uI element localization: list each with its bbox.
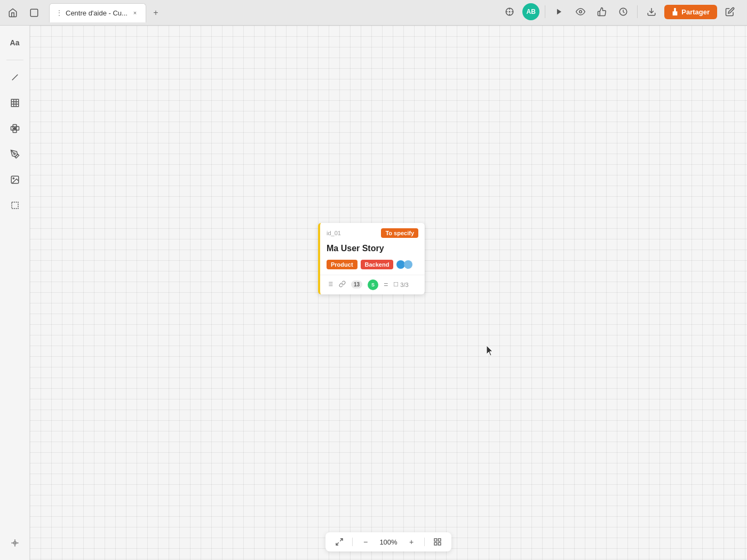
list-icon[interactable] bbox=[327, 281, 333, 289]
fit-button[interactable] bbox=[333, 535, 346, 548]
zoom-in-button[interactable]: + bbox=[405, 535, 418, 548]
zoom-out-button[interactable]: − bbox=[359, 535, 372, 548]
image-tool-button[interactable] bbox=[4, 169, 26, 190]
table-tool-button[interactable] bbox=[4, 92, 26, 114]
play-button[interactable] bbox=[551, 3, 568, 20]
main-tab[interactable]: ⋮ Centre d'aide - Cu... × bbox=[49, 3, 146, 22]
bottom-separator-1 bbox=[352, 538, 353, 546]
title-bar: ⋮ Centre d'aide - Cu... × + AB bbox=[0, 0, 747, 26]
top-toolbar: AB bbox=[501, 3, 738, 20]
tag-backend[interactable]: Backend bbox=[361, 260, 394, 269]
tab-close-button[interactable]: × bbox=[131, 9, 139, 17]
assignee-avatar[interactable]: S bbox=[368, 279, 378, 290]
card-footer: 13 S = ☐ 3/3 bbox=[320, 275, 425, 294]
settings-tool-button[interactable] bbox=[4, 532, 26, 554]
svg-line-13 bbox=[12, 75, 18, 81]
card-status-badge[interactable]: To specify bbox=[381, 228, 418, 238]
title-bar-left: ⋮ Centre d'aide - Cu... × + bbox=[4, 3, 163, 22]
checkbox-icon: ☐ bbox=[393, 281, 399, 288]
bottom-toolbar: − 100% + bbox=[325, 532, 451, 551]
link-icon[interactable] bbox=[339, 281, 346, 289]
card-tags: Product Backend bbox=[320, 260, 425, 275]
timer-button[interactable] bbox=[615, 3, 632, 20]
equals-icon: = bbox=[384, 281, 388, 289]
svg-point-30 bbox=[11, 542, 12, 543]
svg-rect-40 bbox=[434, 539, 437, 541]
canvas-area[interactable]: id_01 To specify Ma User Story Product B… bbox=[30, 26, 747, 560]
share-button[interactable]: Partager bbox=[664, 5, 717, 19]
toggle-switch[interactable] bbox=[396, 260, 412, 269]
zoom-in-icon: + bbox=[409, 538, 414, 546]
edit-button[interactable] bbox=[721, 3, 738, 20]
svg-point-28 bbox=[14, 540, 15, 541]
target-button[interactable] bbox=[501, 3, 518, 20]
svg-rect-41 bbox=[438, 539, 441, 541]
svg-point-27 bbox=[13, 542, 16, 545]
svg-point-2 bbox=[510, 11, 511, 12]
svg-rect-0 bbox=[30, 9, 38, 17]
download-button[interactable] bbox=[643, 3, 660, 20]
left-sidebar: Aa bbox=[0, 26, 30, 560]
bottom-separator-2 bbox=[424, 538, 425, 546]
svg-marker-7 bbox=[557, 9, 561, 15]
toolbar-separator-1 bbox=[545, 5, 545, 18]
svg-point-23 bbox=[13, 153, 15, 155]
sidebar-divider-1 bbox=[6, 60, 23, 60]
svg-rect-42 bbox=[434, 542, 437, 545]
main-layout: Aa bbox=[0, 26, 747, 560]
frame-tool-button[interactable] bbox=[4, 195, 26, 216]
svg-line-39 bbox=[336, 542, 339, 545]
tab-title: Centre d'aide - Cu... bbox=[66, 9, 128, 17]
pen-tool-button[interactable] bbox=[4, 143, 26, 165]
component-tool-button[interactable] bbox=[4, 118, 26, 139]
card-header: id_01 To specify bbox=[320, 223, 425, 241]
assignee-label: S bbox=[371, 282, 375, 287]
svg-point-31 bbox=[17, 542, 18, 543]
share-label: Partager bbox=[681, 8, 710, 16]
svg-point-8 bbox=[579, 11, 582, 13]
zoom-level-label: 100% bbox=[378, 538, 399, 546]
user-avatar[interactable]: AB bbox=[522, 3, 539, 20]
file-button[interactable] bbox=[26, 4, 43, 21]
user-story-card[interactable]: id_01 To specify Ma User Story Product B… bbox=[318, 223, 425, 294]
svg-rect-14 bbox=[11, 99, 19, 107]
grid-view-button[interactable] bbox=[431, 535, 444, 548]
like-button[interactable] bbox=[593, 3, 610, 20]
toggle-right bbox=[404, 260, 412, 269]
avatar-label: AB bbox=[527, 8, 536, 15]
toolbar-separator-2 bbox=[637, 5, 638, 18]
svg-rect-43 bbox=[438, 542, 441, 545]
tabs-area: ⋮ Centre d'aide - Cu... × + bbox=[49, 3, 163, 22]
preview-button[interactable] bbox=[572, 3, 589, 20]
count-badge: 13 bbox=[351, 281, 362, 289]
svg-point-29 bbox=[14, 545, 15, 546]
tag-product[interactable]: Product bbox=[327, 260, 357, 269]
tasks-counter: ☐ 3/3 bbox=[393, 281, 408, 288]
text-tool-icon: Aa bbox=[10, 38, 20, 47]
mouse-cursor bbox=[487, 346, 493, 356]
zoom-out-icon: − bbox=[363, 538, 368, 546]
home-button[interactable] bbox=[4, 4, 21, 21]
line-tool-button[interactable] bbox=[4, 67, 26, 88]
text-tool-button[interactable]: Aa bbox=[4, 32, 26, 53]
card-id: id_01 bbox=[327, 230, 341, 236]
card-title: Ma User Story bbox=[320, 241, 425, 260]
svg-rect-26 bbox=[12, 202, 18, 209]
tab-menu-icon: ⋮ bbox=[56, 9, 62, 17]
new-tab-button[interactable]: + bbox=[148, 5, 163, 20]
tasks-label: 3/3 bbox=[400, 282, 408, 288]
svg-point-25 bbox=[13, 178, 14, 179]
svg-line-38 bbox=[340, 539, 343, 541]
